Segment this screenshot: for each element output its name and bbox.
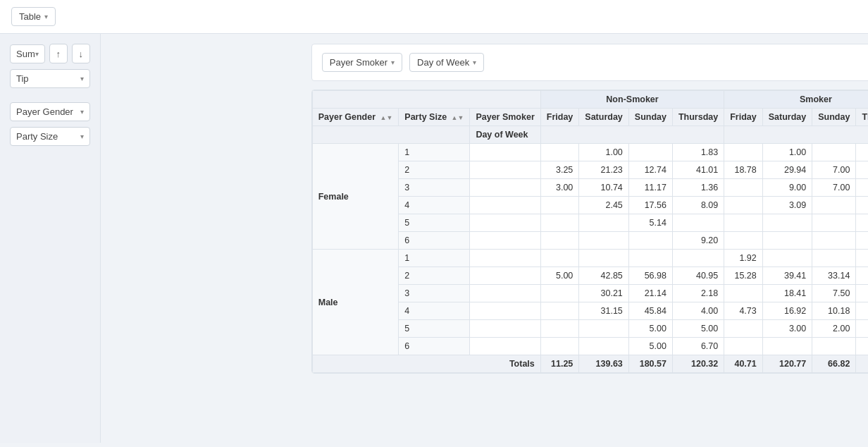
tip-label: Tip bbox=[16, 73, 29, 84]
payer-smoker-sub-header: Payer Smoker bbox=[470, 109, 540, 126]
tip-dropdown[interactable]: Tip ▾ bbox=[10, 69, 90, 88]
empty-header bbox=[312, 91, 540, 109]
payer-smoker-cell bbox=[470, 338, 540, 355]
payer-gender-label: Payer Gender bbox=[16, 106, 73, 117]
sum-label: Sum bbox=[16, 49, 35, 59]
payer-gender-sort-icon: ▲▼ bbox=[380, 114, 393, 121]
size-cell: 6 bbox=[399, 232, 470, 250]
value-cell bbox=[812, 232, 856, 250]
value-cell bbox=[856, 144, 868, 161]
pivot-table: Non-Smoker Smoker Totals Payer Gender ▲▼… bbox=[312, 90, 868, 373]
value-cell bbox=[762, 250, 812, 267]
value-cell bbox=[628, 232, 672, 250]
payer-smoker-cell bbox=[470, 302, 540, 320]
party-size-row: Party Size ▾ bbox=[10, 127, 90, 146]
value-cell bbox=[812, 250, 856, 267]
value-cell bbox=[724, 214, 763, 232]
value-cell: 5.00 bbox=[628, 320, 672, 338]
party-size-sort-icon: ▲▼ bbox=[452, 114, 464, 121]
s-saturday-header: Saturday bbox=[762, 109, 812, 126]
sort-up-btn[interactable]: ↑ bbox=[49, 44, 68, 63]
party-size-dropdown[interactable]: Party Size ▾ bbox=[10, 127, 90, 146]
value-cell: 2.18 bbox=[672, 285, 724, 302]
totals-value-cell: 180.57 bbox=[628, 355, 672, 373]
s-sunday-header: Sunday bbox=[812, 109, 856, 126]
row-filter-section: Payer Gender ▾ Party Size ▾ bbox=[10, 102, 90, 146]
payer-smoker-dropdown[interactable]: Payer Smoker ▾ bbox=[322, 53, 402, 72]
aggregation-section: Sum ▾ ↑ ↓ Tip ▾ bbox=[10, 44, 90, 88]
payer-smoker-cell bbox=[470, 197, 540, 214]
payer-gender-row: Payer Gender ▾ bbox=[10, 102, 90, 121]
value-cell bbox=[812, 144, 856, 161]
totals-value-cell: 51.51 bbox=[856, 355, 868, 373]
value-cell bbox=[856, 250, 868, 267]
value-cell bbox=[628, 250, 672, 267]
value-cell: 4.73 bbox=[724, 302, 763, 320]
sort-up-icon: ↑ bbox=[56, 49, 61, 59]
pivot-table-container: Non-Smoker Smoker Totals Payer Gender ▲▼… bbox=[311, 90, 868, 374]
value-cell bbox=[540, 320, 579, 338]
table-arrow: ▾ bbox=[44, 13, 48, 20]
payer-smoker-cell bbox=[470, 179, 540, 197]
value-cell: 7.50 bbox=[812, 285, 856, 302]
value-cell bbox=[812, 197, 856, 214]
value-cell bbox=[724, 144, 763, 161]
value-cell: 5.00 bbox=[672, 320, 724, 338]
payer-smoker-cell bbox=[470, 250, 540, 267]
value-cell bbox=[579, 320, 629, 338]
totals-value-cell: 139.63 bbox=[579, 355, 629, 373]
value-cell bbox=[628, 144, 672, 161]
table-label: Table bbox=[19, 11, 41, 22]
sum-dropdown[interactable]: Sum ▾ bbox=[10, 44, 45, 63]
value-cell bbox=[856, 214, 868, 232]
value-cell: 12.70 bbox=[856, 161, 868, 179]
value-cell bbox=[540, 338, 579, 355]
value-cell: 22.58 bbox=[856, 267, 868, 285]
payer-gender-col-header[interactable]: Payer Gender ▲▼ bbox=[312, 109, 399, 126]
value-cell: 2.00 bbox=[812, 320, 856, 338]
value-cell: 18.41 bbox=[762, 285, 812, 302]
value-cell: 33.14 bbox=[812, 267, 856, 285]
day-of-week-dropdown[interactable]: Day of Week ▾ bbox=[409, 53, 484, 72]
value-cell: 39.41 bbox=[762, 267, 812, 285]
value-cell bbox=[724, 197, 763, 214]
value-cell: 3.00 bbox=[762, 320, 812, 338]
value-cell bbox=[724, 179, 763, 197]
sort-down-icon: ↓ bbox=[78, 49, 83, 59]
sort-down-btn[interactable]: ↓ bbox=[72, 44, 90, 63]
value-cell bbox=[762, 232, 812, 250]
value-cell: 1.83 bbox=[672, 144, 724, 161]
value-cell: 3.09 bbox=[762, 197, 812, 214]
smoker-header: Smoker bbox=[724, 91, 868, 109]
value-cell: 5.00 bbox=[856, 197, 868, 214]
value-cell: 41.01 bbox=[672, 161, 724, 179]
value-cell: 4.00 bbox=[856, 302, 868, 320]
size-cell: 3 bbox=[399, 179, 470, 197]
size-cell: 1 bbox=[399, 144, 470, 161]
value-cell bbox=[579, 232, 629, 250]
value-cell bbox=[540, 214, 579, 232]
totals-value-cell: 40.71 bbox=[724, 355, 763, 373]
left-panel: Sum ▾ ↑ ↓ Tip ▾ Payer Gender bbox=[0, 34, 101, 443]
payer-smoker-cell bbox=[470, 320, 540, 338]
s-friday-header: Friday bbox=[724, 109, 763, 126]
payer-gender-dropdown[interactable]: Payer Gender ▾ bbox=[10, 102, 90, 121]
value-cell: 4.00 bbox=[672, 302, 724, 320]
value-cell bbox=[672, 250, 724, 267]
table-row: Female11.001.831.003.83 bbox=[312, 144, 868, 161]
value-cell: 5.14 bbox=[628, 214, 672, 232]
value-cell: 17.56 bbox=[628, 197, 672, 214]
header-row-1: Non-Smoker Smoker Totals bbox=[312, 91, 868, 109]
tip-arrow: ▾ bbox=[80, 75, 84, 82]
value-cell bbox=[724, 285, 763, 302]
aggregation-row: Sum ▾ ↑ ↓ bbox=[10, 44, 90, 63]
payer-smoker-cell bbox=[470, 214, 540, 232]
value-cell bbox=[672, 214, 724, 232]
value-cell: 21.23 bbox=[579, 161, 629, 179]
main-panel: Payer Smoker ▾ Day of Week ▾ Non-Smoker … bbox=[302, 34, 868, 443]
value-cell: 31.15 bbox=[579, 302, 629, 320]
party-size-col-header[interactable]: Party Size ▲▼ bbox=[399, 109, 470, 126]
table-dropdown[interactable]: Table ▾ bbox=[11, 7, 56, 26]
ns-saturday-header: Saturday bbox=[579, 109, 629, 126]
value-cell: 42.85 bbox=[579, 267, 629, 285]
